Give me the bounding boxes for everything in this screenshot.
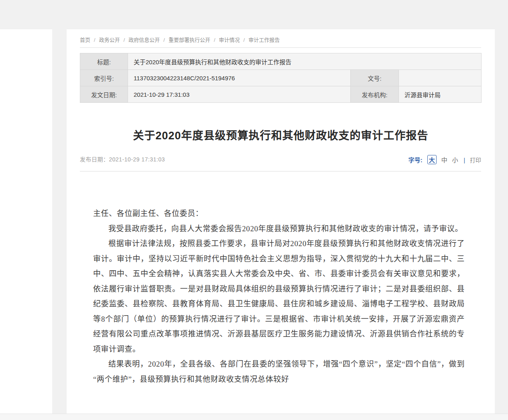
page-bottom-bar [0, 414, 508, 420]
header-divider [80, 171, 481, 171]
meta-index-label: 索引号: [80, 70, 128, 86]
breadcrumb-home[interactable]: 首页 [80, 37, 90, 43]
meta-agency-label: 发布机构: [351, 86, 399, 103]
page-left-gutter [52, 29, 67, 414]
breadcrumb-gov-info[interactable]: 政府信息公开 [128, 37, 160, 43]
tools-separator: | [463, 157, 465, 163]
meta-title-label: 标题: [80, 53, 128, 70]
breadcrumb: 首页/政务公开/政府信息公开/重要部署执行公开/审计情况/审计工作报告 [80, 36, 280, 43]
font-size-medium-button[interactable]: 中 [441, 155, 447, 164]
meta-date-value: 2021-10-29 17:31:03 [128, 86, 351, 103]
paragraph-intro: 我受县政府委托，向县人大常委会报告2020年度县级预算执行和其他财政收支的审计情… [93, 221, 465, 237]
table-row: 索引号: 11370323004223148C/2021-5194976 文号: [80, 70, 482, 86]
meta-index-value: 11370323004223148C/2021-5194976 [128, 70, 351, 86]
publish-date: 发布日期：2021-10-29 17:31:03 [80, 155, 165, 163]
page-right-gutter [495, 0, 508, 414]
table-row: 标题: 关于2020年度县级预算执行和其他财政收支的审计工作报告 [80, 53, 482, 70]
paragraph-audit-scope: 根据审计法律法规，按照县委工作要求，县审计局对2020年度县级预算执行和其他财政… [93, 236, 465, 357]
webpage: { "breadcrumb": { "separator": "/", "ite… [0, 0, 508, 420]
article-info-bar: 发布日期：2021-10-29 17:31:03 字号: 大 中 小 | 打印 [80, 155, 481, 164]
publish-date-value: 2021-10-29 17:31:03 [109, 156, 165, 163]
breadcrumb-audit-report[interactable]: 审计工作报告 [248, 37, 280, 43]
breadcrumb-divider [80, 47, 481, 48]
meta-docnum-label: 文号: [351, 70, 399, 86]
meta-title-value: 关于2020年度县级预算执行和其他财政收支的审计工作报告 [128, 53, 482, 70]
paragraph-salutation: 主任、各位副主任、各位委员： [93, 206, 465, 221]
breadcrumb-separator: / [244, 37, 245, 43]
content-card: 首页/政务公开/政府信息公开/重要部署执行公开/审计情况/审计工作报告 标题: … [67, 29, 495, 414]
article-tools: 字号: 大 中 小 | 打印 [408, 155, 481, 164]
font-size-large-button[interactable]: 大 [427, 155, 437, 164]
font-size-small-button[interactable]: 小 [452, 155, 458, 164]
print-button[interactable]: 打印 [470, 157, 481, 163]
page-title: 关于2020年度县级预算执行和其他财政收支的审计工作报告 [67, 127, 495, 143]
table-row: 发文日期: 2021-10-29 17:31:03 发布机构: 沂源县审计局 [80, 86, 482, 103]
paragraph-results: 结果表明，2020年，全县各级、各部门在县委的坚强领导下，增强“四个意识”，坚定… [93, 357, 465, 387]
breadcrumb-deployment[interactable]: 重要部署执行公开 [169, 37, 210, 43]
breadcrumb-separator: / [124, 37, 125, 43]
meta-docnum-value [399, 70, 482, 86]
meta-agency-value: 沂源县审计局 [399, 86, 482, 103]
breadcrumb-separator: / [163, 37, 165, 43]
breadcrumb-separator: / [94, 37, 96, 43]
page-top-margin [0, 0, 508, 29]
publish-date-label: 发布日期： [80, 156, 109, 163]
font-size-label: 字号: [408, 157, 423, 163]
breadcrumb-audit-status[interactable]: 审计情况 [219, 37, 240, 43]
meta-date-label: 发文日期: [80, 86, 128, 103]
document-meta-table: 标题: 关于2020年度县级预算执行和其他财政收支的审计工作报告 索引号: 11… [80, 53, 482, 103]
article-body: 主任、各位副主任、各位委员： 我受县政府委托，向县人大常委会报告2020年度县级… [93, 206, 465, 387]
breadcrumb-gov-affairs[interactable]: 政务公开 [99, 37, 120, 43]
breadcrumb-separator: / [214, 37, 215, 43]
